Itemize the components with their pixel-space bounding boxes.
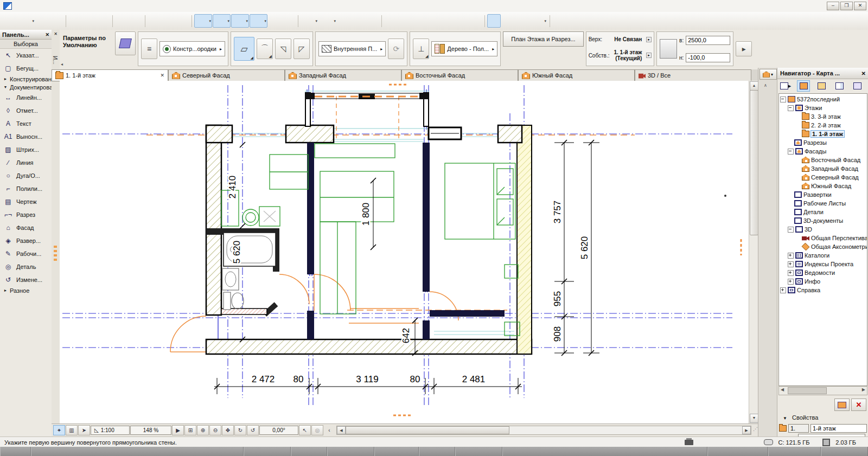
close-button[interactable]: ✕ xyxy=(854,2,866,10)
snap-grid-icon[interactable] xyxy=(250,14,267,28)
navigator-tree-scrollbar[interactable]: ◀ ▶ xyxy=(778,386,867,395)
expand-toggle-icon[interactable] xyxy=(795,175,800,180)
model-view-options-icon[interactable]: ▥ xyxy=(66,425,78,435)
restore-button[interactable]: ❐ xyxy=(840,2,853,10)
story-number-field[interactable] xyxy=(788,424,809,433)
menu-item[interactable] xyxy=(102,1,111,11)
expand-toggle-icon[interactable] xyxy=(780,287,786,293)
navigator-tree-item[interactable]: 2. 2-й этаж xyxy=(779,121,867,130)
expand-toggle-icon[interactable] xyxy=(788,192,793,197)
navigator-tree-item[interactable]: Общая Перспектива xyxy=(779,234,867,242)
navigator-tree-item[interactable]: Фасады xyxy=(779,147,867,156)
toolbox-item[interactable]: ▢ Бегущ... xyxy=(0,62,52,75)
properties-section[interactable]: ▼ Свойства xyxy=(783,414,818,421)
tab-close-icon[interactable]: ✕ xyxy=(160,73,164,78)
navigator-tree-item[interactable]: 3. 3-й этаж xyxy=(779,112,867,121)
navigator-tree-item[interactable]: Южный Фасад xyxy=(779,182,867,190)
toolbox-item[interactable]: ↺ Измене... xyxy=(0,273,52,286)
tab-overview-button[interactable]: ▾ xyxy=(760,69,777,80)
expand-toggle-icon[interactable] xyxy=(795,114,800,119)
toolbox-item[interactable]: ▤ Чертеж xyxy=(0,195,52,208)
orientation-field[interactable]: 0,00° xyxy=(259,426,298,435)
marquee-view-icon[interactable] xyxy=(487,14,501,28)
arrow-flyout-icon[interactable] xyxy=(529,14,547,28)
view-tab[interactable]: Южный Фасад ✕ xyxy=(518,69,635,81)
navigator-tree-item[interactable]: 3D-документы xyxy=(779,216,867,225)
renovation-status-icon[interactable]: ⟳ xyxy=(388,38,404,59)
view-tab[interactable]: Восточный Фасад ✕ xyxy=(401,69,518,81)
expand-toggle-icon[interactable] xyxy=(795,123,800,128)
structure-combo[interactable]: Дерево - Пол... ▸ xyxy=(431,41,497,56)
toolbox-item[interactable]: ► Конструирование xyxy=(0,75,52,83)
navigator-close-icon[interactable]: ✕ xyxy=(861,70,866,76)
redo-icon[interactable] xyxy=(129,14,143,28)
zoom-next-icon[interactable]: ▶ xyxy=(172,425,184,435)
layers-quick-icon[interactable] xyxy=(301,14,318,28)
navigator-tree-item[interactable]: Восточный Фасад xyxy=(779,156,867,164)
navigator-tree-item[interactable]: Развертки xyxy=(779,190,867,199)
toolbox-item[interactable]: ✎ Рабочи... xyxy=(0,247,52,260)
expand-toggle-icon[interactable] xyxy=(788,105,794,111)
toolbox-item[interactable]: ∕ Линия xyxy=(0,156,52,169)
navigator-tree-item[interactable]: 1. 1-й этаж xyxy=(779,130,867,138)
navigator-tree-item[interactable]: Каталоги xyxy=(779,251,867,260)
menu-item[interactable] xyxy=(85,1,93,11)
wall-geometry-curved-icon[interactable]: ⌒◢ xyxy=(257,38,273,59)
view-tab[interactable]: Северный Фасад ✕ xyxy=(168,69,285,81)
new-document-icon[interactable] xyxy=(3,14,17,28)
inject-parameters-icon[interactable] xyxy=(176,14,189,28)
expand-toggle-icon[interactable] xyxy=(795,184,800,189)
scroll-up-icon[interactable]: ▲ xyxy=(750,81,758,91)
save-icon[interactable] xyxy=(36,14,49,28)
navigator-tree-item[interactable]: Индексы Проекта xyxy=(779,260,867,268)
increase-zoom-icon[interactable]: ⊞ xyxy=(184,425,196,435)
favorites-icon[interactable] xyxy=(115,31,136,55)
vertical-scrollbar[interactable]: ▲ ▼ xyxy=(749,81,758,423)
pen-set-icon[interactable]: ➤ xyxy=(78,425,90,435)
toolbox-item[interactable]: A1 Выносн... xyxy=(0,130,52,143)
tree-scroll-right-icon[interactable]: ▶ xyxy=(862,387,865,392)
expand-toggle-icon[interactable] xyxy=(795,236,800,241)
intersect-icon[interactable] xyxy=(426,14,440,28)
navigator-tree-item[interactable]: Рабочие Листы xyxy=(779,199,867,208)
3d-cutting-icon[interactable] xyxy=(501,14,515,28)
reset-orientation-icon[interactable]: ↖ xyxy=(299,425,311,435)
navigator-tree-item[interactable]: 3D xyxy=(779,225,867,234)
split-icon[interactable] xyxy=(398,14,412,28)
tree-scroll-thumb[interactable] xyxy=(788,387,827,394)
view-tab[interactable]: Западный Фасад ✕ xyxy=(285,69,401,81)
navigator-tree-item[interactable]: Западный Фасад xyxy=(779,164,867,173)
own-story-arrow-icon[interactable]: ▸ xyxy=(646,53,652,58)
project-chooser-icon[interactable]: ▸ xyxy=(779,80,792,92)
paste-icon[interactable] xyxy=(97,14,110,28)
zoom-out-icon[interactable]: ⊖ xyxy=(209,425,221,435)
magic-wand-icon[interactable] xyxy=(337,14,351,28)
wall-reference-line-icon[interactable]: ⊥◢ xyxy=(413,38,429,59)
menu-item[interactable] xyxy=(15,1,24,11)
wall-geometry-straight-icon[interactable]: ▱◢ xyxy=(234,37,254,61)
rotate-view-icon[interactable]: ↺ xyxy=(247,425,259,435)
vertical-scroll-thumb[interactable] xyxy=(750,90,758,235)
navigator-tree-item[interactable]: Этажи xyxy=(779,104,867,112)
elevation-gray-icon[interactable] xyxy=(469,14,482,28)
guide-lines-icon[interactable] xyxy=(194,14,212,28)
plane-icon[interactable] xyxy=(282,14,296,28)
expand-toggle-icon[interactable] xyxy=(795,158,800,163)
adjust-icon[interactable] xyxy=(412,14,426,28)
composite-combo[interactable]: Внутренняя П... ▸ xyxy=(318,41,386,56)
gravity-icon[interactable] xyxy=(268,14,282,28)
wall-height-field[interactable] xyxy=(686,36,730,45)
delete-viewpoint-button[interactable]: ✕ xyxy=(851,399,866,411)
virtual-trace-icon[interactable] xyxy=(515,14,529,28)
menu-item[interactable] xyxy=(33,1,41,11)
menu-item[interactable] xyxy=(67,1,76,11)
drawing-canvas[interactable]: 2 472 80 3 119 80 2 481 3 757 955 908 5 … xyxy=(60,81,749,423)
resize-icon[interactable] xyxy=(455,14,468,28)
expand-toggle-icon[interactable] xyxy=(795,245,800,249)
layout-book-icon[interactable] xyxy=(833,80,846,92)
toolbox-close-icon[interactable]: ✕ xyxy=(45,32,49,37)
toolbox-item[interactable]: ◎ Деталь xyxy=(0,260,52,273)
previous-zoom-icon[interactable]: ◎ xyxy=(311,425,323,435)
coordinates-icon[interactable] xyxy=(231,14,249,28)
scroll-right-icon[interactable]: ▶ xyxy=(742,426,751,434)
